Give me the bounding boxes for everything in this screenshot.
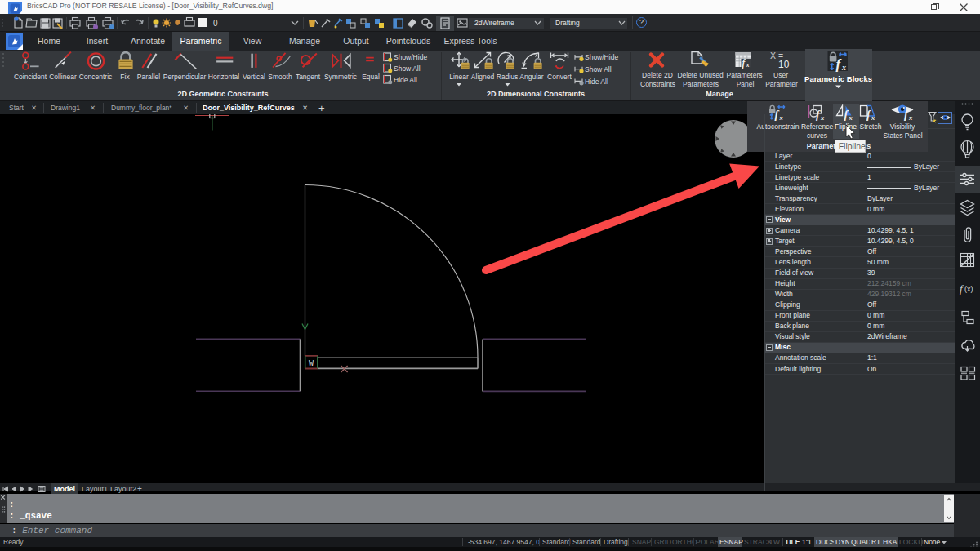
svg-text:0: 0 bbox=[213, 19, 218, 28]
svg-text:x: x bbox=[849, 113, 853, 122]
svg-text:x: x bbox=[871, 113, 875, 122]
svg-text:x: x bbox=[746, 61, 750, 69]
svg-text:x: x bbox=[820, 113, 825, 122]
svg-text:10: 10 bbox=[778, 59, 790, 70]
svg-text:x: x bbox=[908, 113, 913, 122]
svg-text:x: x bbox=[779, 113, 784, 122]
svg-text:x: x bbox=[841, 63, 846, 72]
svg-text:(x): (x) bbox=[964, 285, 973, 293]
svg-text:W: W bbox=[309, 359, 314, 368]
